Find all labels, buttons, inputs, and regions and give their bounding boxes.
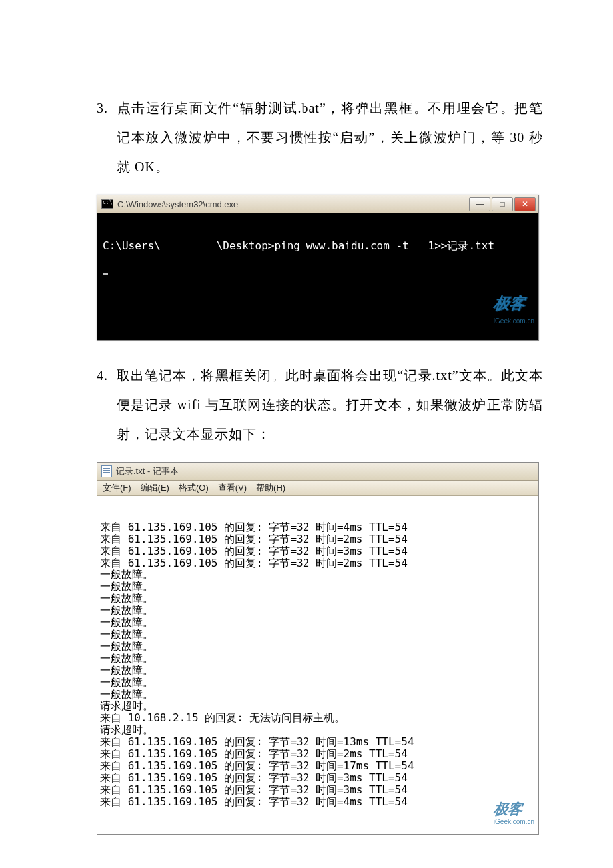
watermark-url: iGeek.com.cn xyxy=(494,317,534,325)
menu-edit[interactable]: 编辑(E) xyxy=(141,482,169,494)
notepad-line: 一般故障。 xyxy=(100,569,536,581)
document-page: 3.点击运行桌面文件“辐射测试.bat”，将弹出黑框。不用理会它。把笔记本放入微… xyxy=(0,0,613,868)
notepad-body[interactable]: 来自 61.135.169.105 的回复: 字节=32 时间=4ms TTL=… xyxy=(97,496,538,834)
notepad-line: 来自 61.135.169.105 的回复: 字节=32 时间=2ms TTL=… xyxy=(100,557,536,569)
minimize-button[interactable]: — xyxy=(469,197,490,211)
step4-text: 取出笔记本，将黑框关闭。此时桌面将会出现“记录.txt”文本。此文本便是记录 w… xyxy=(117,368,543,441)
cmd-title-left: C:\Windows\system32\cmd.exe xyxy=(97,199,238,209)
watermark-logo: 极客 xyxy=(492,801,522,818)
notepad-line: 来自 61.135.169.105 的回复: 字节=32 时间=3ms TTL=… xyxy=(100,772,536,784)
step4-paragraph: 4.取出笔记本，将黑框关闭。此时桌面将会出现“记录.txt”文本。此文本便是记录… xyxy=(70,361,543,449)
step3-number: 3. xyxy=(97,93,117,123)
menu-format[interactable]: 格式(O) xyxy=(179,482,209,494)
notepad-line: 一般故障。 xyxy=(100,665,536,677)
cmd-title-text: C:\Windows\system32\cmd.exe xyxy=(117,199,238,209)
notepad-line: 来自 10.168.2.15 的回复: 无法访问目标主机。 xyxy=(100,712,536,724)
step3-paragraph: 3.点击运行桌面文件“辐射测试.bat”，将弹出黑框。不用理会它。把笔记本放入微… xyxy=(70,93,543,181)
notepad-window: 记录.txt - 记事本 文件(F) 编辑(E) 格式(O) 查看(V) 帮助(… xyxy=(97,462,539,835)
cmd-body: C:\Users\\Desktop>ping www.baidu.com -t … xyxy=(97,213,538,340)
notepad-line: 来自 61.135.169.105 的回复: 字节=32 时间=2ms TTL=… xyxy=(100,748,536,760)
menu-file[interactable]: 文件(F) xyxy=(103,482,131,494)
watermark: 极客 iGeek.com.cn xyxy=(472,280,534,337)
notepad-titlebar: 记录.txt - 记事本 xyxy=(97,463,538,481)
notepad-watermark: 极客 iGeek.com.cn xyxy=(472,794,534,833)
notepad-line: 一般故障。 xyxy=(100,653,536,665)
cmd-icon xyxy=(101,199,113,209)
notepad-line: 来自 61.135.169.105 的回复: 字节=32 时间=3ms TTL=… xyxy=(100,545,536,557)
notepad-line: 一般故障。 xyxy=(100,605,536,617)
notepad-line: 请求超时。 xyxy=(100,724,536,736)
window-buttons: — □ ✕ xyxy=(469,197,538,211)
notepad-line: 一般故障。 xyxy=(100,641,536,653)
notepad-title-text: 记录.txt - 记事本 xyxy=(116,465,179,477)
close-button[interactable]: ✕ xyxy=(514,197,536,211)
maximize-button[interactable]: □ xyxy=(492,197,513,211)
notepad-line: 来自 61.135.169.105 的回复: 字节=32 时间=4ms TTL=… xyxy=(100,796,536,808)
step3-text: 点击运行桌面文件“辐射测试.bat”，将弹出黑框。不用理会它。把笔记本放入微波炉… xyxy=(117,101,543,174)
menu-view[interactable]: 查看(V) xyxy=(218,482,247,494)
notepad-line: 一般故障。 xyxy=(100,593,536,605)
cmd-titlebar: C:\Windows\system32\cmd.exe — □ ✕ xyxy=(97,195,538,213)
notepad-line: 来自 61.135.169.105 的回复: 字节=32 时间=4ms TTL=… xyxy=(100,521,536,533)
cmd-window: C:\Windows\system32\cmd.exe — □ ✕ C:\Use… xyxy=(97,195,539,341)
menu-help[interactable]: 帮助(H) xyxy=(256,482,285,494)
notepad-line: 一般故障。 xyxy=(100,617,536,629)
cmd-screenshot: C:\Windows\system32\cmd.exe — □ ✕ C:\Use… xyxy=(97,195,543,341)
notepad-icon xyxy=(101,465,112,477)
notepad-line: 来自 61.135.169.105 的回复: 字节=32 时间=13ms TTL… xyxy=(100,736,536,748)
notepad-line: 请求超时。 xyxy=(100,700,536,712)
notepad-line: 来自 61.135.169.105 的回复: 字节=32 时间=3ms TTL=… xyxy=(100,784,536,796)
notepad-screenshot: 记录.txt - 记事本 文件(F) 编辑(E) 格式(O) 查看(V) 帮助(… xyxy=(97,462,543,835)
cmd-cursor xyxy=(103,273,108,275)
list-item-4: 4.取出笔记本，将黑框关闭。此时桌面将会出现“记录.txt”文本。此文本便是记录… xyxy=(70,361,543,835)
step4-number: 4. xyxy=(97,361,117,390)
notepad-line: 一般故障。 xyxy=(100,689,536,701)
notepad-menubar: 文件(F) 编辑(E) 格式(O) 查看(V) 帮助(H) xyxy=(97,481,538,496)
watermark-logo: 极客 xyxy=(492,291,526,316)
list-item-3: 3.点击运行桌面文件“辐射测试.bat”，将弹出黑框。不用理会它。把笔记本放入微… xyxy=(70,93,543,341)
watermark-url: iGeek.com.cn xyxy=(494,818,534,825)
notepad-line: 一般故障。 xyxy=(100,629,536,641)
notepad-line: 一般故障。 xyxy=(100,677,536,689)
redacted-username xyxy=(161,241,217,251)
notepad-line: 来自 61.135.169.105 的回复: 字节=32 时间=17ms TTL… xyxy=(100,760,536,772)
cmd-line: C:\Users\\Desktop>ping www.baidu.com -t … xyxy=(103,239,494,252)
notepad-line: 来自 61.135.169.105 的回复: 字节=32 时间=2ms TTL=… xyxy=(100,533,536,545)
notepad-line: 一般故障。 xyxy=(100,581,536,593)
